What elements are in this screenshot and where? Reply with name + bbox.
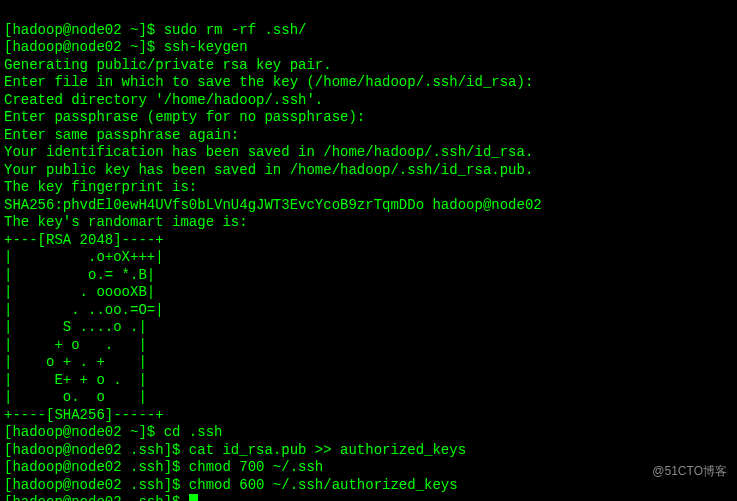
- terminal-line: The key fingerprint is:: [4, 179, 197, 195]
- terminal-line: Generating public/private rsa key pair.: [4, 57, 332, 73]
- terminal-output[interactable]: [hadoop@node02 ~]$ sudo rm -rf .ssh/ [ha…: [4, 4, 733, 501]
- terminal-line: | o + . + |: [4, 354, 147, 370]
- watermark-text: @51CTO博客: [652, 464, 727, 479]
- terminal-line: [hadoop@node02 ~]$ sudo rm -rf .ssh/: [4, 22, 306, 38]
- terminal-line: Your identification has been saved in /h…: [4, 144, 533, 160]
- terminal-line: +----[SHA256]-----+: [4, 407, 164, 423]
- terminal-line: Created directory '/home/hadoop/.ssh'.: [4, 92, 323, 108]
- terminal-line: [hadoop@node02 ~]$ ssh-keygen: [4, 39, 248, 55]
- terminal-line: | o.= *.B|: [4, 267, 155, 283]
- terminal-line: Enter passphrase (empty for no passphras…: [4, 109, 365, 125]
- terminal-prompt-line: [hadoop@node02 .ssh]$: [4, 494, 189, 501]
- terminal-line: | + o . |: [4, 337, 147, 353]
- terminal-line: [hadoop@node02 ~]$ cd .ssh: [4, 424, 222, 440]
- terminal-line: Enter same passphrase again:: [4, 127, 239, 143]
- terminal-line: | .o+oX+++|: [4, 249, 164, 265]
- terminal-line: | o. o |: [4, 389, 147, 405]
- terminal-line: The key's randomart image is:: [4, 214, 248, 230]
- cursor-icon: [189, 494, 198, 501]
- terminal-line: +---[RSA 2048]----+: [4, 232, 164, 248]
- terminal-line: Your public key has been saved in /home/…: [4, 162, 533, 178]
- terminal-line: [hadoop@node02 .ssh]$ chmod 700 ~/.ssh: [4, 459, 323, 475]
- terminal-line: | S ....o .|: [4, 319, 147, 335]
- terminal-line: [hadoop@node02 .ssh]$ cat id_rsa.pub >> …: [4, 442, 466, 458]
- terminal-line: | . ooooXB|: [4, 284, 155, 300]
- terminal-line: Enter file in which to save the key (/ho…: [4, 74, 533, 90]
- terminal-line: | E+ + o . |: [4, 372, 147, 388]
- terminal-line: | . ..oo.=O=|: [4, 302, 164, 318]
- terminal-line: [hadoop@node02 .ssh]$ chmod 600 ~/.ssh/a…: [4, 477, 458, 493]
- terminal-line: SHA256:phvdEl0ewH4UVfs0bLVnU4gJWT3EvcYco…: [4, 197, 542, 213]
